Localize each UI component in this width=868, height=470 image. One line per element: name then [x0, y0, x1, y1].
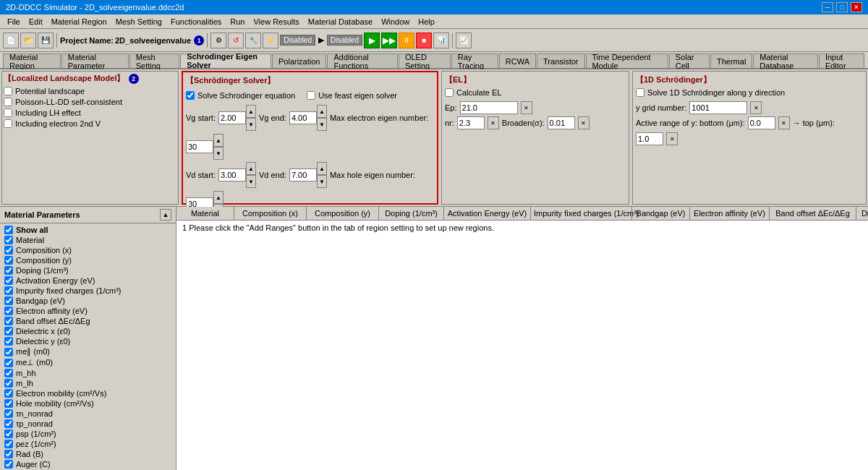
- band-offset-checkbox[interactable]: [4, 317, 13, 325]
- y-grid-clear[interactable]: ✕: [750, 101, 762, 114]
- bottom-input[interactable]: [748, 116, 775, 129]
- tab-transistor[interactable]: Transistor: [537, 54, 585, 68]
- pause-button[interactable]: ⏸: [399, 33, 414, 48]
- lh-effect-checkbox[interactable]: [4, 108, 12, 117]
- vd-end-up[interactable]: ▲: [317, 162, 327, 175]
- me-perp-checkbox[interactable]: [4, 359, 13, 367]
- vg-end-input[interactable]: [289, 111, 317, 124]
- solve-1d-checkbox[interactable]: [636, 88, 644, 97]
- pez-checkbox[interactable]: [4, 440, 13, 448]
- tab-additional-functions[interactable]: Additional Functions: [327, 54, 397, 68]
- broaden-input[interactable]: [548, 116, 575, 129]
- open-button[interactable]: 📂: [20, 33, 36, 48]
- m-lh-checkbox[interactable]: [4, 379, 13, 388]
- tab-material-database[interactable]: Material Database: [753, 54, 818, 68]
- max-electron-input[interactable]: [186, 140, 213, 153]
- rad-checkbox[interactable]: [4, 450, 13, 458]
- electron-affinity-checkbox[interactable]: [4, 307, 13, 315]
- menu-mesh-setting[interactable]: Mesh Setting: [111, 16, 166, 27]
- vg-start-down[interactable]: ▼: [246, 118, 256, 131]
- toolbar-btn-6[interactable]: ⚡: [263, 33, 278, 48]
- composition-x-checkbox[interactable]: [4, 246, 13, 255]
- menu-material-database[interactable]: Material Database: [304, 16, 377, 27]
- nr-input[interactable]: [457, 116, 485, 129]
- me-parallel-checkbox[interactable]: [4, 348, 13, 356]
- psp-checkbox[interactable]: [4, 430, 13, 438]
- ep-clear[interactable]: ✕: [521, 101, 532, 114]
- tab-polarization[interactable]: Polarization: [272, 54, 326, 68]
- toolbar-btn-5[interactable]: 🔧: [245, 33, 261, 48]
- toolbar-btn-3[interactable]: ⚙: [210, 33, 226, 48]
- vg-start-up[interactable]: ▲: [246, 105, 256, 118]
- tp-nonrad-checkbox[interactable]: [4, 419, 13, 428]
- show-all-checkbox[interactable]: [4, 226, 13, 234]
- feast-eigen-checkbox[interactable]: [307, 91, 315, 100]
- broaden-clear[interactable]: ✕: [578, 116, 590, 129]
- play-button-2[interactable]: ▶▶: [381, 33, 397, 48]
- poisson-checkbox[interactable]: [4, 98, 12, 106]
- vg-end-up[interactable]: ▲: [317, 105, 327, 118]
- bottom-clear[interactable]: ✕: [778, 116, 790, 129]
- vd-end-down[interactable]: ▼: [317, 175, 327, 188]
- tab-input-editor[interactable]: Input Editor: [819, 54, 864, 68]
- vd-end-input[interactable]: [289, 168, 317, 181]
- vg-end-down[interactable]: ▼: [317, 118, 327, 131]
- top-clear[interactable]: ✕: [666, 132, 678, 145]
- new-button[interactable]: 📄: [3, 33, 19, 48]
- menu-help[interactable]: Help: [414, 16, 439, 27]
- stop-button[interactable]: ■: [416, 33, 432, 48]
- tab-thermal[interactable]: Thermal: [710, 54, 752, 68]
- material-checkbox[interactable]: [4, 236, 13, 244]
- top-input[interactable]: [636, 132, 663, 145]
- tab-ray-tracing[interactable]: Ray Tracing: [451, 54, 498, 68]
- play-button[interactable]: ▶: [364, 33, 380, 48]
- electron-2nd-checkbox[interactable]: [4, 119, 12, 128]
- tab-oled-setting[interactable]: OLED Setting: [399, 54, 451, 68]
- stats-button[interactable]: 📈: [456, 33, 472, 48]
- maximize-button[interactable]: □: [836, 2, 848, 12]
- menu-material-region[interactable]: Material Region: [47, 16, 111, 27]
- auger-checkbox[interactable]: [4, 460, 13, 469]
- scroll-up-button[interactable]: ▲: [160, 209, 171, 221]
- potential-landscape-checkbox[interactable]: [4, 87, 12, 95]
- doping-checkbox[interactable]: [4, 266, 13, 275]
- close-button[interactable]: ✕: [851, 2, 862, 12]
- max-hole-up[interactable]: ▲: [213, 191, 224, 204]
- save-button[interactable]: 💾: [38, 33, 54, 48]
- ep-input[interactable]: [460, 101, 518, 114]
- tab-material-region[interactable]: Material Region: [3, 54, 61, 68]
- menu-functionalities[interactable]: Functionalities: [166, 16, 226, 27]
- max-electron-down[interactable]: ▼: [213, 147, 224, 160]
- menu-file[interactable]: File: [3, 16, 25, 27]
- tab-solar-cell[interactable]: Solar Cell: [669, 54, 710, 68]
- minimize-button[interactable]: ─: [822, 2, 833, 12]
- tab-mesh-setting[interactable]: Mesh Setting: [129, 54, 179, 68]
- solve-schrodinger-checkbox[interactable]: [186, 91, 195, 100]
- tn-nonrad-checkbox[interactable]: [4, 409, 13, 418]
- dielectric-x-checkbox[interactable]: [4, 327, 13, 336]
- dielectric-y-checkbox[interactable]: [4, 337, 13, 346]
- tab-time-dependent[interactable]: Time Dependent Module: [586, 54, 668, 68]
- chart-button[interactable]: 📊: [433, 33, 449, 48]
- tab-rcwa[interactable]: RCWA: [499, 54, 536, 68]
- calculate-el-checkbox[interactable]: [445, 88, 454, 97]
- m-hh-checkbox[interactable]: [4, 369, 13, 377]
- vd-start-input[interactable]: [218, 168, 246, 181]
- electron-mobility-checkbox[interactable]: [4, 389, 13, 398]
- menu-edit[interactable]: Edit: [25, 16, 47, 27]
- nr-clear[interactable]: ✕: [488, 116, 499, 129]
- menu-view-results[interactable]: View Results: [249, 16, 303, 27]
- menu-run[interactable]: Run: [226, 16, 249, 27]
- activation-energy-checkbox[interactable]: [4, 276, 13, 285]
- tab-material-parameter[interactable]: Material Parameter: [61, 54, 129, 68]
- vd-start-down[interactable]: ▼: [246, 175, 256, 188]
- composition-y-checkbox[interactable]: [4, 256, 13, 265]
- tab-schrodinger-eigen-solver[interactable]: Schrodinger Eigen Solver: [180, 54, 271, 68]
- max-electron-up[interactable]: ▲: [213, 134, 224, 147]
- impurity-checkbox[interactable]: [4, 286, 13, 295]
- menu-window[interactable]: Window: [377, 16, 414, 27]
- toolbar-btn-4[interactable]: ↺: [228, 33, 244, 48]
- y-grid-input[interactable]: [689, 101, 747, 114]
- vd-start-up[interactable]: ▲: [246, 162, 256, 175]
- vg-start-input[interactable]: [218, 111, 246, 124]
